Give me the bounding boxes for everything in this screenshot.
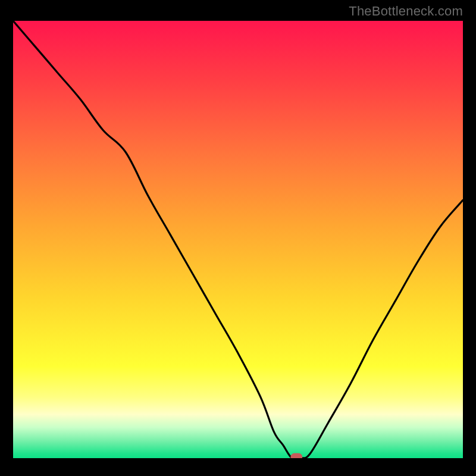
- curve-path: [13, 21, 463, 458]
- bottleneck-curve: [13, 21, 463, 458]
- plot-area: [13, 21, 463, 458]
- chart-frame: TheBottleneck.com: [0, 0, 476, 476]
- attribution-label: TheBottleneck.com: [349, 4, 463, 19]
- minimum-marker: [291, 453, 302, 458]
